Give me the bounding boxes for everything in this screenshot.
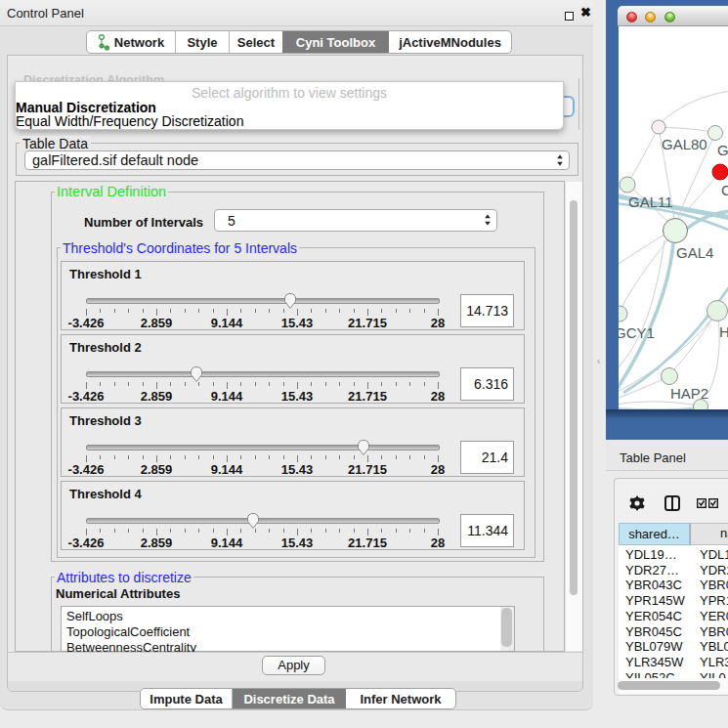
svg-text:GAL11: GAL11 <box>628 193 673 210</box>
svg-text:G.: G. <box>717 142 728 158</box>
svg-text:GCY1: GCY1 <box>619 324 655 341</box>
svg-text:C: C <box>721 182 728 198</box>
svg-text:H: H <box>719 323 728 340</box>
svg-text:GAL4: GAL4 <box>676 244 713 261</box>
svg-text:HAP2: HAP2 <box>670 385 708 402</box>
svg-text:GAL80: GAL80 <box>662 136 707 152</box>
